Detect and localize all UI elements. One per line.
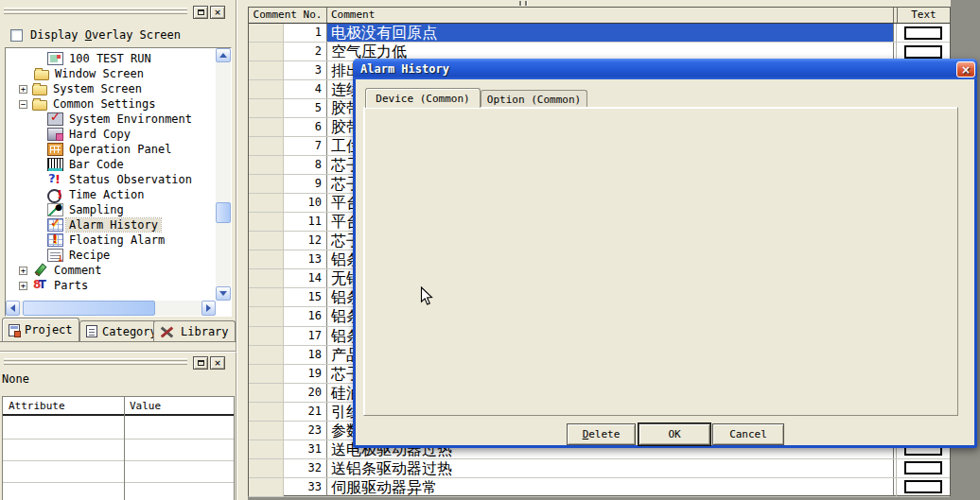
text-preview-box[interactable] [904, 26, 942, 40]
dialog-titlebar[interactable]: Alarm History × [353, 59, 977, 79]
tab-project[interactable]: Project [2, 318, 79, 341]
splitter-grip-icon[interactable] [525, 1, 528, 6]
tree-item-label: Hard Copy [66, 128, 133, 141]
tree-item-hard-copy[interactable]: Hard Copy [6, 127, 231, 142]
row-header-cell[interactable] [249, 80, 284, 98]
tree-item-sampling[interactable]: Sampling [6, 202, 231, 217]
row-header-cell[interactable] [249, 327, 284, 345]
tree-item-label: System Screen [50, 82, 145, 95]
attribute-table-body[interactable] [3, 418, 234, 500]
row-header-cell[interactable] [249, 384, 284, 402]
ok-button[interactable]: OK [639, 423, 710, 445]
splitter-grip-icon[interactable] [519, 1, 522, 6]
row-header-cell[interactable] [249, 118, 284, 136]
text-column-header: Text [897, 8, 950, 23]
comment-window-top-edge [248, 0, 951, 7]
tree-item-alarm-history[interactable]: Alarm History [6, 217, 231, 233]
row-header-cell[interactable] [249, 440, 284, 458]
tab-device-common[interactable]: Device (Common) [365, 88, 481, 108]
tree-item-parts[interactable]: +Parts [6, 278, 231, 293]
comment-column-header: Comment [327, 8, 894, 23]
pane-maximize-button[interactable] [193, 356, 208, 370]
tree-vscrollbar[interactable] [216, 48, 231, 301]
comment-text-cell[interactable]: 电极没有回原点 [327, 24, 894, 42]
tree-item-system-environment[interactable]: System Environment [6, 112, 231, 127]
pane-gripper[interactable] [4, 8, 187, 14]
tree-item-time-action[interactable]: Time Action [6, 187, 231, 202]
row-header-cell[interactable] [249, 346, 284, 364]
row-header-cell[interactable] [249, 422, 284, 440]
tree-item-recipe[interactable]: Recipe [6, 248, 231, 263]
tree-item-window-screen[interactable]: Window Screen [6, 66, 231, 81]
pane-maximize-button[interactable] [193, 6, 208, 19]
dialog-close-button[interactable]: × [956, 61, 975, 78]
row-header-cell[interactable] [249, 156, 284, 174]
pane-close-button[interactable]: × [210, 356, 225, 370]
comment-row[interactable]: 32送铝条驱动器过热 [249, 459, 950, 478]
row-header-cell[interactable] [249, 61, 284, 79]
overlay-checkbox-row: Display Overlay Screen [10, 28, 181, 42]
row-header-cell[interactable] [249, 478, 284, 496]
row-header-cell[interactable] [249, 459, 284, 477]
tree-item-100-test-run[interactable]: 100 TEST RUN [6, 51, 231, 66]
tree-item-floating-alarm[interactable]: Floating Alarm [6, 233, 231, 248]
row-header-cell[interactable] [249, 43, 284, 60]
tree-expander-icon[interactable]: − [19, 100, 27, 109]
pane-gripper[interactable] [4, 358, 187, 365]
tree-vscroll-thumb[interactable] [216, 202, 231, 223]
row-header-cell[interactable] [249, 24, 284, 42]
row-header-cell[interactable] [249, 213, 284, 231]
comment-text-cell[interactable]: 送铝条驱动器过热 [327, 459, 894, 477]
scroll-up-icon[interactable] [216, 48, 231, 62]
row-header-cell[interactable] [249, 269, 284, 287]
text-preview-box[interactable] [904, 461, 942, 474]
alarm-history-icon [47, 218, 63, 232]
scroll-left-icon[interactable] [6, 301, 20, 316]
tree-expander-icon[interactable]: + [19, 267, 27, 275]
tree-item-comment[interactable]: +Comment [6, 263, 231, 278]
hard-copy-icon [47, 128, 63, 141]
scroll-down-icon[interactable] [216, 286, 231, 301]
comment-text-cell[interactable]: 伺服驱动器异常 [327, 478, 894, 496]
row-header-cell[interactable] [249, 175, 284, 193]
comment-row[interactable]: 33伺服驱动器异常 [249, 478, 950, 497]
tree-expander-icon[interactable]: + [19, 282, 27, 290]
row-header-cell[interactable] [249, 232, 284, 250]
tree-item-label: Common Settings [50, 97, 158, 111]
tab-library[interactable]: Library [153, 320, 236, 341]
tree-hscroll-thumb[interactable] [23, 301, 155, 316]
tree-item-common-settings[interactable]: −Common Settings [6, 96, 231, 112]
row-header-cell[interactable] [249, 403, 284, 421]
row-header-cell[interactable] [249, 99, 284, 117]
tree-item-bar-code[interactable]: Bar Code [6, 157, 231, 172]
comment-row[interactable]: 1电极没有回原点 [249, 24, 950, 43]
pane-splitter[interactable] [236, 0, 248, 500]
tree-hscrollbar[interactable] [6, 301, 216, 316]
tree-item-status-observation[interactable]: Status Observation [6, 172, 231, 187]
pane-close-button[interactable]: × [210, 6, 225, 19]
text-preview-box[interactable] [904, 45, 942, 59]
scroll-right-icon[interactable] [201, 301, 216, 316]
tree-item-operation-panel[interactable]: Operation Panel [6, 142, 231, 157]
row-header-cell[interactable] [249, 194, 284, 212]
tab-option-common[interactable]: Option (Common) [481, 90, 587, 108]
text-preview-box[interactable] [904, 480, 942, 493]
row-header-cell[interactable] [249, 250, 284, 268]
row-header-cell[interactable] [249, 288, 284, 306]
display-overlay-checkbox[interactable] [10, 29, 23, 42]
recipe-icon [47, 249, 63, 262]
text-cell [896, 24, 950, 42]
row-header-cell[interactable] [249, 307, 284, 325]
tab-category[interactable]: Category [79, 320, 164, 341]
tree-expander-icon[interactable]: + [19, 85, 27, 94]
row-header-cell[interactable] [249, 365, 284, 383]
dialog-title: Alarm History [360, 62, 449, 76]
tree-item-label: 100 TEST RUN [66, 52, 154, 65]
category-icon [86, 325, 97, 337]
cancel-button[interactable]: Cancel [712, 423, 784, 445]
tree-item-system-screen[interactable]: +System Screen [6, 81, 231, 96]
screen-icon [47, 52, 63, 65]
row-header-cell[interactable] [249, 137, 284, 155]
delete-button[interactable]: Delete [567, 423, 636, 445]
comment-no-cell: 16 [284, 307, 327, 325]
